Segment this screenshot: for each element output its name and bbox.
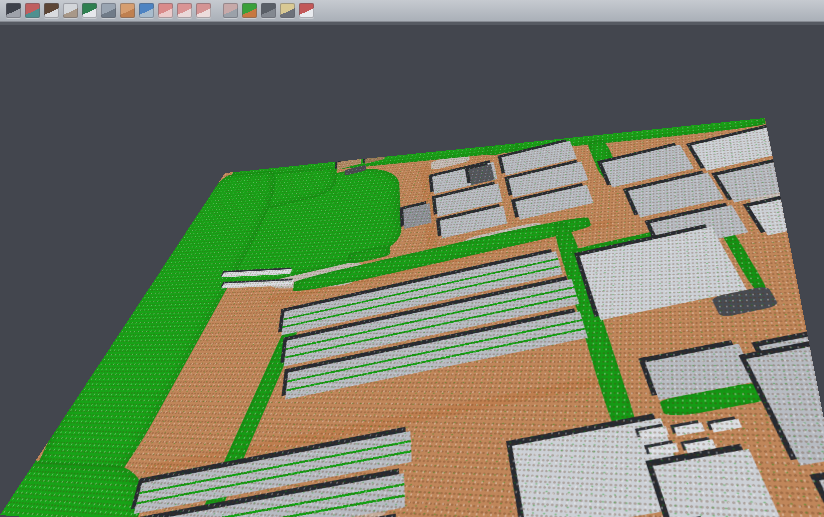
viewport-3d[interactable] <box>0 25 824 517</box>
point-cloud-map <box>0 118 824 517</box>
raster-grid-icon[interactable] <box>223 3 238 18</box>
sparse-points-icon[interactable] <box>63 3 78 18</box>
open-project-icon[interactable] <box>6 3 21 18</box>
globe-icon[interactable] <box>139 3 154 18</box>
container-structure <box>710 419 742 433</box>
delete-selection-icon[interactable] <box>280 3 295 18</box>
app-window <box>0 0 824 517</box>
point-cloud-stage <box>0 25 824 517</box>
dem-surface-icon[interactable] <box>82 3 97 18</box>
striped-flag-icon[interactable] <box>299 3 314 18</box>
terrain-mountain-icon[interactable] <box>44 3 59 18</box>
toolbar <box>0 0 824 22</box>
profile-lines-icon[interactable] <box>158 3 173 18</box>
circle-selection-icon[interactable] <box>177 3 192 18</box>
container-structure <box>684 439 716 453</box>
container-structure <box>674 422 705 436</box>
clip-tools-icon[interactable] <box>25 3 40 18</box>
camera-view-icon[interactable] <box>261 3 276 18</box>
prism-view-icon[interactable] <box>101 3 116 18</box>
classification-colors-icon[interactable] <box>242 3 257 18</box>
building-roof <box>746 342 824 465</box>
building-roof <box>819 463 824 517</box>
ortho-tile-icon[interactable] <box>120 3 135 18</box>
crop-region-icon[interactable] <box>196 3 211 18</box>
ground-grid <box>0 118 824 517</box>
toolbar-separator <box>0 22 824 25</box>
